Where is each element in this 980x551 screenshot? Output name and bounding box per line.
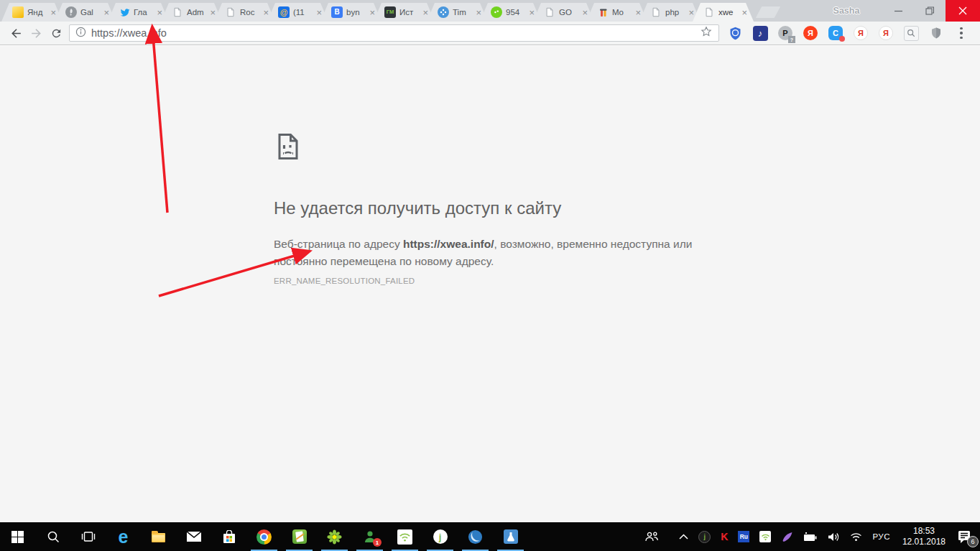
tab-php[interactable]: php × [639, 3, 701, 22]
error-message-line2: постоянно перемещена по новому адресу. [274, 255, 494, 267]
feather-icon[interactable] [776, 522, 798, 551]
page-info-icon[interactable] [75, 27, 86, 40]
tab-title: Adm [187, 8, 208, 17]
profile-name[interactable]: Sasha [818, 0, 875, 22]
bookmark-star-icon[interactable] [700, 25, 713, 41]
tab-title: Roc [240, 8, 261, 17]
p-extension-icon[interactable]: P ? [777, 24, 794, 42]
back-button[interactable] [6, 23, 26, 43]
tab-close-icon[interactable]: × [688, 8, 694, 17]
tab-history[interactable]: ГМ Ист × [374, 3, 435, 22]
twitter-icon [119, 6, 130, 18]
action-center-icon[interactable]: 6 [953, 522, 980, 551]
forward-button[interactable] [26, 23, 46, 43]
tab-title: Mo [612, 8, 633, 17]
tab-title: Tim [453, 8, 473, 17]
yandex-red-extension-icon[interactable]: Я [802, 24, 819, 42]
tab-galaxy[interactable]: Gal × [55, 3, 116, 22]
tab-title: Ист [399, 8, 420, 17]
tab-close-icon[interactable]: × [422, 8, 428, 17]
store-icon[interactable] [211, 522, 246, 551]
tab-close-icon[interactable]: × [369, 8, 375, 17]
kaspersky-icon[interactable]: K [716, 522, 733, 551]
flask-app-icon[interactable] [493, 522, 528, 551]
close-window-button[interactable] [946, 0, 980, 22]
clock-time: 18:53 [913, 526, 935, 537]
gray-shield-extension-icon[interactable] [928, 24, 945, 42]
tab-close-icon[interactable]: × [157, 8, 162, 17]
minimize-button[interactable] [882, 0, 914, 22]
tab-close-icon[interactable]: × [316, 8, 322, 17]
tab-close-icon[interactable]: × [210, 8, 216, 17]
wifi-tray-icon[interactable] [754, 522, 776, 551]
messenger-contact-icon[interactable]: 1 [352, 522, 387, 551]
punto-switcher-icon[interactable]: Ru [733, 522, 754, 551]
crescent-app-icon[interactable] [458, 522, 493, 551]
tab-close-icon[interactable]: × [476, 8, 481, 17]
task-view-button[interactable] [70, 522, 106, 551]
yandex-extension-icon-1[interactable]: Я [852, 24, 869, 42]
sad-page-icon [274, 132, 302, 164]
joxi-tray-icon[interactable]: j [693, 522, 716, 551]
windows-taskbar: e 1 j [0, 522, 980, 551]
search-extension-icon[interactable] [902, 24, 920, 42]
chrome-menu-icon[interactable] [953, 24, 970, 42]
tab-close-icon[interactable]: × [582, 8, 588, 17]
tab-close-icon[interactable]: × [50, 8, 56, 17]
document-icon [544, 6, 555, 18]
edge-icon[interactable]: e [106, 522, 141, 551]
tab-xwea-active[interactable]: xwe × [693, 3, 754, 22]
restore-button[interactable] [914, 0, 946, 22]
taskbar-search-button[interactable] [35, 522, 70, 551]
notepadpp-icon[interactable] [282, 522, 317, 551]
tab-954[interactable]: 954 × [480, 3, 541, 22]
tab-mailru[interactable]: @ (11 × [267, 3, 328, 22]
tab-byn[interactable]: B byn × [320, 3, 382, 22]
error-message-url: https://xwea.info/ [403, 238, 494, 250]
tray-chevron-icon[interactable] [674, 522, 693, 551]
clock[interactable]: 18:53 12.01.2018 [895, 522, 953, 551]
mail-icon[interactable] [176, 522, 211, 551]
tab-mo[interactable]: Mo × [586, 3, 647, 22]
tab-title: Гла [134, 8, 154, 17]
gm-icon: ГМ [384, 6, 396, 18]
tab-close-icon[interactable]: × [635, 8, 641, 17]
error-title: Не удается получить доступ к сайту [274, 198, 694, 218]
icq-flower-icon[interactable] [317, 522, 352, 551]
language-indicator[interactable]: РУС [867, 522, 895, 551]
rocket-icon [65, 6, 77, 18]
tab-close-icon[interactable]: × [741, 8, 747, 17]
tab-roc[interactable]: Roc × [214, 3, 275, 22]
music-downloader-extension-icon[interactable]: ♪ [752, 24, 769, 42]
vpn-shield-extension-icon[interactable] [726, 24, 744, 42]
url-text[interactable]: https://xwea.info [91, 27, 700, 39]
tab-title: byn [346, 8, 367, 17]
reload-button[interactable] [46, 23, 66, 43]
tab-close-icon[interactable]: × [103, 8, 109, 17]
window-controls [882, 0, 980, 22]
people-icon[interactable] [639, 522, 664, 551]
battery-icon[interactable] [798, 522, 823, 551]
new-tab-button[interactable] [756, 6, 781, 18]
joxi-icon[interactable]: j [422, 522, 458, 551]
address-bar[interactable]: https://xwea.info [69, 24, 719, 42]
tab-timeweb[interactable]: Tim × [427, 3, 488, 22]
document-icon [172, 6, 183, 18]
volume-icon[interactable] [823, 522, 845, 551]
tab-title: Янд [27, 8, 48, 17]
document-icon [703, 6, 715, 18]
tab-go[interactable]: GO × [533, 3, 594, 22]
network-signal-icon[interactable] [845, 522, 867, 551]
start-button[interactable] [0, 522, 35, 551]
yandex-extension-icon-2[interactable]: Я [877, 24, 895, 42]
tab-yandex[interactable]: Янд × [1, 3, 63, 22]
file-explorer-icon[interactable] [141, 522, 176, 551]
tab-close-icon[interactable]: × [263, 8, 269, 17]
tab-twitter[interactable]: Гла × [108, 3, 169, 22]
red-dot-badge [839, 36, 845, 42]
c-extension-icon[interactable]: C [827, 24, 844, 42]
chrome-icon[interactable] [246, 522, 282, 551]
wifi-app-icon[interactable] [387, 522, 422, 551]
tab-close-icon[interactable]: × [529, 8, 535, 17]
tab-adm[interactable]: Adm × [161, 3, 222, 22]
